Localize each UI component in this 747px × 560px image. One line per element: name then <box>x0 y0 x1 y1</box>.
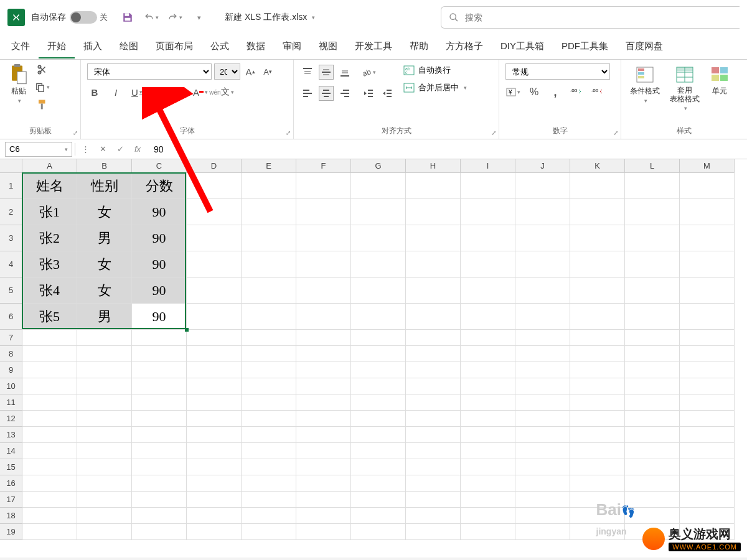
cell-D12[interactable] <box>187 411 242 427</box>
tab-PDF工具集[interactable]: PDF工具集 <box>553 35 617 58</box>
cell-I19[interactable] <box>461 524 515 540</box>
border-icon[interactable]: ▾ <box>151 85 166 100</box>
cell-G2[interactable] <box>351 199 406 225</box>
cell-D11[interactable] <box>187 394 242 411</box>
cell-K14[interactable] <box>570 443 625 459</box>
cell-F16[interactable] <box>296 475 351 492</box>
cell-G9[interactable] <box>351 362 406 378</box>
fx-icon[interactable]: fx <box>130 142 145 157</box>
cell-K3[interactable] <box>570 225 625 251</box>
cell-J5[interactable] <box>515 278 570 304</box>
cell-D19[interactable] <box>187 524 242 540</box>
cell-I10[interactable] <box>461 378 515 394</box>
cell-H3[interactable] <box>406 225 461 251</box>
cell-A5[interactable]: 张4 <box>22 278 77 304</box>
cell-I8[interactable] <box>461 346 515 362</box>
cell-M13[interactable] <box>680 427 735 443</box>
tab-文件[interactable]: 文件 <box>2 35 39 58</box>
cell-E14[interactable] <box>242 443 296 459</box>
cell-F1[interactable] <box>296 173 351 199</box>
cell-J10[interactable] <box>515 378 570 394</box>
cell-A9[interactable] <box>22 362 77 378</box>
row-header-13[interactable]: 13 <box>0 427 22 443</box>
cell-I5[interactable] <box>461 278 515 304</box>
cell-A17[interactable] <box>22 492 77 508</box>
cell-B19[interactable] <box>77 524 132 540</box>
cell-D2[interactable] <box>187 199 242 225</box>
phonetic-icon[interactable]: wén文▾ <box>214 85 229 100</box>
cell-E17[interactable] <box>242 492 296 508</box>
cell-G3[interactable] <box>351 225 406 251</box>
row-header-17[interactable]: 17 <box>0 492 22 508</box>
cell-E4[interactable] <box>242 251 296 278</box>
col-header-A[interactable]: A <box>22 159 77 173</box>
cell-I14[interactable] <box>461 443 515 459</box>
row-header-19[interactable]: 19 <box>0 524 22 540</box>
tab-方方格子[interactable]: 方方格子 <box>437 35 492 58</box>
wrap-text-button[interactable]: abc自动换行 <box>403 65 467 76</box>
cell-M7[interactable] <box>680 330 735 346</box>
cell-B11[interactable] <box>77 394 132 411</box>
table-format-button[interactable]: 套用 表格格式▾ <box>667 62 702 114</box>
col-header-G[interactable]: G <box>351 159 406 173</box>
cell-C1[interactable]: 分数 <box>132 173 187 199</box>
cell-G13[interactable] <box>351 427 406 443</box>
cell-F19[interactable] <box>296 524 351 540</box>
cell-F3[interactable] <box>296 225 351 251</box>
cell-E2[interactable] <box>242 199 296 225</box>
cell-K7[interactable] <box>570 330 625 346</box>
cell-C16[interactable] <box>132 475 187 492</box>
cell-A11[interactable] <box>22 394 77 411</box>
cell-F4[interactable] <box>296 251 351 278</box>
tab-帮助[interactable]: 帮助 <box>401 35 437 58</box>
cell-B13[interactable] <box>77 427 132 443</box>
fill-handle[interactable] <box>185 328 189 332</box>
cell-B15[interactable] <box>77 459 132 475</box>
cell-C17[interactable] <box>132 492 187 508</box>
cell-K6[interactable] <box>570 304 625 330</box>
cell-I4[interactable] <box>461 251 515 278</box>
paste-button[interactable]: 粘贴 ▾ <box>6 62 31 106</box>
spreadsheet-grid[interactable]: ABCDEFGHIJKLM 1姓名性别分数2张1女903张2男904张3女905… <box>0 159 747 558</box>
cell-E11[interactable] <box>242 394 296 411</box>
row-header-10[interactable]: 10 <box>0 378 22 394</box>
cell-F9[interactable] <box>296 362 351 378</box>
cell-C7[interactable] <box>132 330 187 346</box>
cell-J6[interactable] <box>515 304 570 330</box>
align-left-icon[interactable] <box>300 86 315 101</box>
cell-A8[interactable] <box>22 346 77 362</box>
cell-B14[interactable] <box>77 443 132 459</box>
cell-D5[interactable] <box>187 278 242 304</box>
cell-L10[interactable] <box>625 378 680 394</box>
cell-F6[interactable] <box>296 304 351 330</box>
cell-C18[interactable] <box>132 508 187 524</box>
decrease-indent-icon[interactable] <box>361 86 376 101</box>
cell-J1[interactable] <box>515 173 570 199</box>
cell-C8[interactable] <box>132 346 187 362</box>
cell-C3[interactable]: 90 <box>132 225 187 251</box>
row-header-7[interactable]: 7 <box>0 330 22 346</box>
cell-B2[interactable]: 女 <box>77 199 132 225</box>
cell-L9[interactable] <box>625 362 680 378</box>
cell-F7[interactable] <box>296 330 351 346</box>
cell-M12[interactable] <box>680 411 735 427</box>
cell-C11[interactable] <box>132 394 187 411</box>
tab-数据[interactable]: 数据 <box>238 35 274 58</box>
cell-H8[interactable] <box>406 346 461 362</box>
cell-B9[interactable] <box>77 362 132 378</box>
cell-H14[interactable] <box>406 443 461 459</box>
filename[interactable]: 新建 XLS 工作表.xlsx ▾ <box>225 12 315 23</box>
cell-J3[interactable] <box>515 225 570 251</box>
cell-M14[interactable] <box>680 443 735 459</box>
cell-K12[interactable] <box>570 411 625 427</box>
cell-F17[interactable] <box>296 492 351 508</box>
font-family-select[interactable]: 宋体 <box>87 63 212 80</box>
tab-开发工具[interactable]: 开发工具 <box>346 35 401 58</box>
cell-F18[interactable] <box>296 508 351 524</box>
cell-I16[interactable] <box>461 475 515 492</box>
cell-E16[interactable] <box>242 475 296 492</box>
cell-J4[interactable] <box>515 251 570 278</box>
cell-I6[interactable] <box>461 304 515 330</box>
cell-D15[interactable] <box>187 459 242 475</box>
cancel-icon[interactable]: ✕ <box>95 142 110 157</box>
